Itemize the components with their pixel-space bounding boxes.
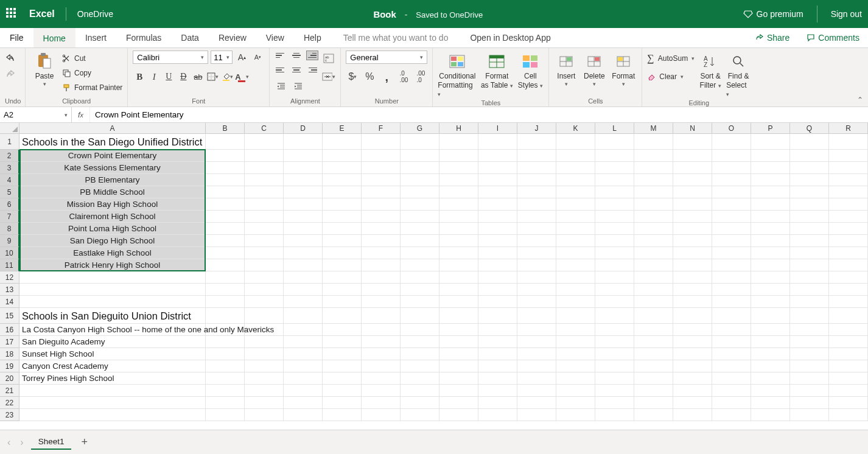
svg-rect-37 [595,57,600,61]
sign-out-button[interactable]: Sign out [831,9,862,19]
wrap-text-button[interactable]: abc [322,52,335,65]
italic-button[interactable]: I [147,70,161,83]
share-button[interactable]: Share [747,28,798,47]
tab-review[interactable]: Review [209,28,256,47]
indent-icon [294,83,303,90]
diamond-icon [743,9,753,19]
clear-button[interactable]: Clear▾ [647,70,695,83]
svg-rect-27 [531,55,537,61]
svg-rect-23 [489,55,504,58]
tab-file[interactable]: File [0,28,33,47]
insert-cells-icon [558,55,574,68]
shrink-font-button[interactable]: A▾ [251,51,264,64]
go-premium-button[interactable]: Go premium [743,9,803,19]
collapse-ribbon-button[interactable]: ⌃ [857,96,863,104]
conditional-formatting-button[interactable]: ConditionalFormatting ▾ [438,51,477,98]
bucket-icon [222,72,230,81]
group-label-alignment: Alignment [275,96,335,107]
table-icon [488,54,505,69]
redo-icon[interactable] [5,69,16,79]
open-desktop-app-button[interactable]: Open in Desktop App [460,28,560,47]
title-bar: Excel OneDrive Book - Saved to OneDrive … [0,0,868,28]
increase-decimal-button[interactable]: .0.00 [397,70,410,83]
font-name-select[interactable]: Calibri▾ [133,51,208,64]
find-select-button[interactable]: Find &Select ▾ [726,51,751,98]
app-launcher-icon[interactable] [6,8,18,20]
divider [66,7,66,21]
font-size-value: 11 [214,53,222,62]
svg-rect-12 [223,80,229,81]
cut-label: Cut [74,54,86,63]
grow-font-button[interactable]: A▴ [235,51,248,64]
align-center-button[interactable] [290,65,303,75]
borders-button[interactable]: ▾ [206,70,219,83]
sort-icon: AZ [703,55,718,68]
decrease-decimal-button[interactable]: .00.0 [414,70,427,83]
cut-button[interactable]: Cut [62,52,122,65]
strikethrough-button[interactable]: ab [191,70,205,83]
copy-button[interactable]: Copy [62,66,122,80]
number-format-value: General [350,53,378,62]
merge-button[interactable]: ▾ [322,70,335,83]
sort-filter-button[interactable]: AZ Sort &Filter ▾ [698,51,723,89]
format-painter-button[interactable]: Format Painter [62,81,122,94]
tab-help[interactable]: Help [294,28,331,47]
svg-rect-33 [567,57,572,61]
menu-bar: File Home Insert Formulas Data Review Vi… [0,28,868,48]
bold-button[interactable]: B [133,70,146,83]
svg-rect-19 [458,57,463,61]
group-label-tables: Tables [438,98,544,108]
font-name-value: Calibri [137,53,159,62]
svg-rect-6 [65,72,70,77]
align-left-button[interactable] [275,65,287,75]
search-icon [732,55,745,68]
number-format-select[interactable]: General▾ [346,51,427,64]
double-underline-button[interactable]: D [177,70,190,83]
align-bottom-button[interactable] [306,51,318,60]
insert-cells-button[interactable]: Insert▾ [554,51,578,87]
fx-button[interactable]: fx [72,107,90,122]
autosum-button[interactable]: ∑AutoSum▾ [647,52,695,65]
comment-icon [807,33,815,42]
paste-button[interactable]: Paste▾ [30,51,58,87]
align-middle-button[interactable] [290,51,303,60]
percent-format-button[interactable]: % [363,70,376,83]
svg-point-44 [733,57,741,64]
tab-home[interactable]: Home [33,28,75,47]
comments-button[interactable]: Comments [798,28,868,47]
tell-me-input[interactable]: Tell me what you want to do [331,28,461,47]
merge-icon [322,72,332,81]
formula-bar[interactable]: Crown Point Elementary [90,107,868,122]
svg-rect-28 [523,62,530,68]
increase-indent-button[interactable] [292,80,305,93]
tab-view[interactable]: View [256,28,294,47]
tab-data[interactable]: Data [171,28,209,47]
underline-button[interactable]: U [162,70,175,83]
delete-cells-button[interactable]: Delete▾ [582,51,606,87]
tab-formulas[interactable]: Formulas [116,28,171,47]
align-top-button[interactable] [275,51,287,60]
workbook-name[interactable]: Book [373,9,396,19]
paste-icon [37,52,52,71]
undo-icon[interactable] [5,53,16,63]
svg-text:Z: Z [704,61,707,68]
format-as-table-button[interactable]: Formatas Table ▾ [480,51,513,89]
group-label-undo: Undo [5,96,20,107]
font-color-button[interactable]: A▾ [235,70,248,83]
formula-bar-row: A2▾ fx Crown Point Elementary [0,107,868,123]
format-cells-button[interactable]: Format▾ [610,51,637,87]
painter-label: Format Painter [74,83,122,92]
onedrive-switcher[interactable]: OneDrive [77,9,113,19]
name-box[interactable]: A2▾ [0,107,72,122]
accounting-format-button[interactable]: $▾ [346,70,359,83]
comma-format-button[interactable]: , [380,70,393,83]
name-box-value: A2 [4,110,13,119]
border-icon [207,72,215,81]
cell-styles-button[interactable]: CellStyles ▾ [517,51,544,89]
tab-insert[interactable]: Insert [75,28,116,47]
align-right-button[interactable] [306,65,318,75]
fill-color-button[interactable]: ▾ [220,70,234,83]
font-size-select[interactable]: 11▾ [211,51,233,64]
save-status: Saved to OneDrive [416,10,483,19]
decrease-indent-button[interactable] [275,80,288,93]
